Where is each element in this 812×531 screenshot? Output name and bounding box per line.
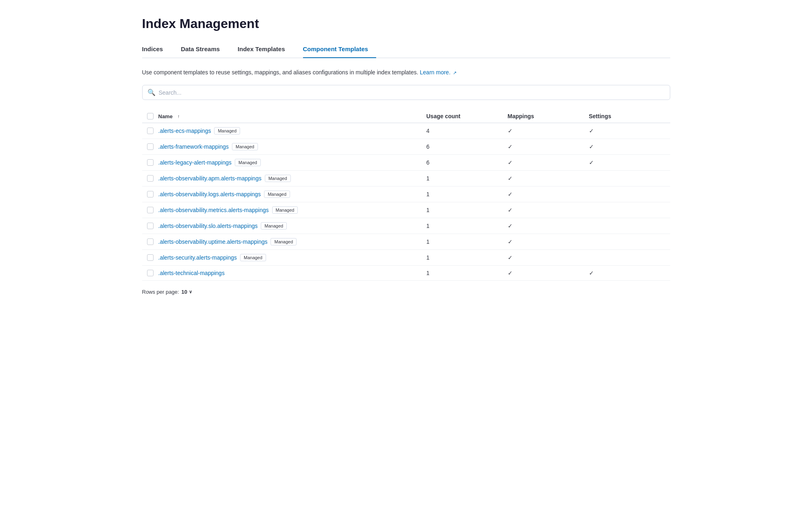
rows-per-page-value: 10 (182, 289, 187, 295)
header-checkbox-col (142, 113, 158, 119)
search-icon: 🔍 (147, 89, 156, 96)
learn-more-link[interactable]: Learn more. ↗ (420, 69, 457, 76)
row-checkbox-6[interactable] (147, 223, 154, 229)
settings-check-icon: ✓ (589, 270, 594, 276)
row-usage-count-6: 1 (427, 223, 508, 229)
table-row: .alerts-security.alerts-mappings Managed… (142, 250, 670, 266)
row-name-4: .alerts-observability.logs.alerts-mappin… (158, 191, 427, 198)
mappings-check-icon: ✓ (508, 191, 513, 197)
row-mappings-7: ✓ (508, 238, 589, 245)
table-footer: Rows per page: 10 ∨ (142, 289, 670, 295)
page-title: Index Management (142, 16, 670, 31)
table-body: .alerts-ecs-mappings Managed 4 ✓ ✓ .aler… (142, 123, 670, 281)
header-usage-count: Usage count (427, 113, 508, 119)
row-checkbox-0[interactable] (147, 128, 154, 134)
managed-badge-7: Managed (271, 238, 297, 245)
mappings-check-icon: ✓ (508, 143, 513, 150)
row-name-8: .alerts-security.alerts-mappings Managed (158, 254, 427, 261)
row-settings-9: ✓ (589, 270, 670, 276)
row-checkbox-2[interactable] (147, 159, 154, 166)
settings-check-icon: ✓ (589, 143, 594, 150)
row-mappings-3: ✓ (508, 175, 589, 182)
row-name-link-7[interactable]: .alerts-observability.uptime.alerts-mapp… (158, 238, 268, 245)
mappings-check-icon: ✓ (508, 223, 513, 229)
row-checkbox-3[interactable] (147, 175, 154, 182)
row-checkbox-col (142, 175, 158, 182)
row-name-2: .alerts-legacy-alert-mappings Managed (158, 159, 427, 166)
header-name[interactable]: Name ↑ (158, 113, 427, 119)
managed-badge-1: Managed (232, 143, 258, 150)
settings-check-icon: ✓ (589, 128, 594, 134)
row-name-link-6[interactable]: .alerts-observability.slo.alerts-mapping… (158, 223, 258, 229)
table-header: Name ↑ Usage count Mappings Settings (142, 110, 670, 123)
row-usage-count-4: 1 (427, 191, 508, 197)
tab-bar: Indices Data Streams Index Templates Com… (142, 41, 670, 58)
mappings-check-icon: ✓ (508, 159, 513, 166)
row-checkbox-5[interactable] (147, 207, 154, 213)
rows-per-page-select[interactable]: 10 ∨ (182, 289, 192, 295)
row-mappings-4: ✓ (508, 191, 589, 197)
row-checkbox-7[interactable] (147, 238, 154, 245)
row-usage-count-1: 6 (427, 143, 508, 150)
row-mappings-9: ✓ (508, 270, 589, 276)
external-link-icon: ↗ (453, 70, 457, 75)
mappings-check-icon: ✓ (508, 128, 513, 134)
row-mappings-2: ✓ (508, 159, 589, 166)
row-name-9: .alerts-technical-mappings (158, 270, 427, 276)
managed-badge-3: Managed (265, 175, 291, 182)
row-checkbox-col (142, 143, 158, 150)
row-name-link-1[interactable]: .alerts-framework-mappings (158, 143, 229, 150)
row-settings-2: ✓ (589, 159, 670, 166)
row-checkbox-1[interactable] (147, 143, 154, 150)
managed-badge-8: Managed (240, 254, 266, 261)
mappings-check-icon: ✓ (508, 270, 513, 276)
header-mappings: Mappings (508, 113, 589, 119)
row-name-link-8[interactable]: .alerts-security.alerts-mappings (158, 254, 237, 261)
search-bar: 🔍 (142, 85, 670, 100)
row-checkbox-col (142, 254, 158, 261)
row-checkbox-4[interactable] (147, 191, 154, 197)
tab-data-streams[interactable]: Data Streams (181, 41, 228, 58)
row-name-link-4[interactable]: .alerts-observability.logs.alerts-mappin… (158, 191, 261, 197)
tab-indices[interactable]: Indices (142, 41, 171, 58)
mappings-check-icon: ✓ (508, 207, 513, 213)
row-checkbox-8[interactable] (147, 254, 154, 261)
row-mappings-6: ✓ (508, 223, 589, 229)
row-name-0: .alerts-ecs-mappings Managed (158, 127, 427, 134)
table-row: .alerts-ecs-mappings Managed 4 ✓ ✓ (142, 123, 670, 139)
row-name-link-5[interactable]: .alerts-observability.metrics.alerts-map… (158, 207, 269, 213)
managed-badge-2: Managed (235, 159, 261, 166)
row-usage-count-2: 6 (427, 159, 508, 166)
row-usage-count-5: 1 (427, 207, 508, 213)
table-row: .alerts-technical-mappings 1 ✓ ✓ (142, 266, 670, 281)
tab-component-templates[interactable]: Component Templates (303, 41, 377, 58)
select-all-checkbox[interactable] (147, 113, 154, 119)
mappings-check-icon: ✓ (508, 254, 513, 261)
description-body: Use component templates to reuse setting… (142, 69, 418, 76)
mappings-check-icon: ✓ (508, 238, 513, 245)
table-row: .alerts-legacy-alert-mappings Managed 6 … (142, 155, 670, 171)
description-text: Use component templates to reuse setting… (142, 68, 670, 77)
row-name-link-2[interactable]: .alerts-legacy-alert-mappings (158, 159, 232, 166)
table-row: .alerts-observability.uptime.alerts-mapp… (142, 234, 670, 250)
row-name-link-3[interactable]: .alerts-observability.apm.alerts-mapping… (158, 175, 262, 182)
search-input[interactable] (159, 89, 665, 96)
mappings-check-icon: ✓ (508, 175, 513, 182)
row-checkbox-9[interactable] (147, 270, 154, 276)
table-row: .alerts-framework-mappings Managed 6 ✓ ✓ (142, 139, 670, 155)
row-settings-0: ✓ (589, 128, 670, 134)
rows-per-page-label: Rows per page: (142, 289, 179, 295)
table-row: .alerts-observability.metrics.alerts-map… (142, 202, 670, 218)
row-checkbox-col (142, 270, 158, 276)
row-usage-count-3: 1 (427, 175, 508, 182)
row-usage-count-0: 4 (427, 128, 508, 134)
managed-badge-0: Managed (214, 127, 240, 134)
chevron-down-icon: ∨ (189, 289, 192, 295)
tab-index-templates[interactable]: Index Templates (238, 41, 293, 58)
row-checkbox-col (142, 128, 158, 134)
row-name-link-0[interactable]: .alerts-ecs-mappings (158, 128, 211, 134)
row-usage-count-7: 1 (427, 238, 508, 245)
row-name-6: .alerts-observability.slo.alerts-mapping… (158, 222, 427, 230)
row-name-link-9[interactable]: .alerts-technical-mappings (158, 270, 225, 276)
table-row: .alerts-observability.slo.alerts-mapping… (142, 218, 670, 234)
